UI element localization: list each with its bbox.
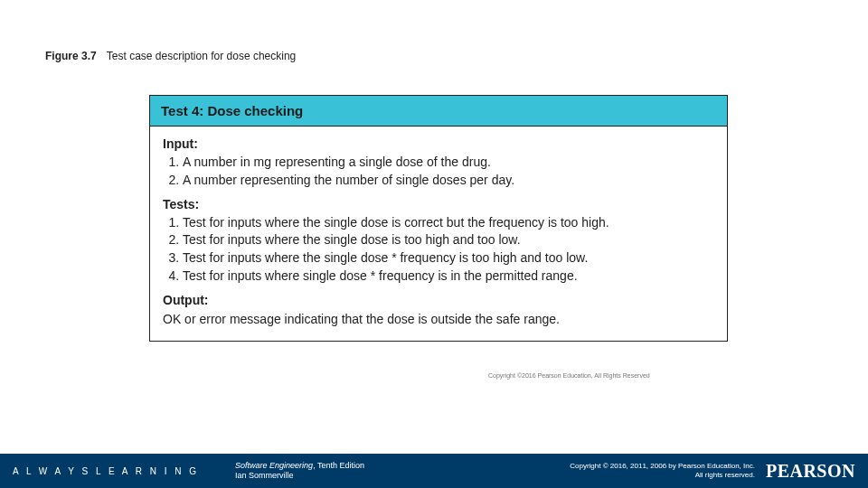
footer-copyright: Copyright © 2016, 2011, 2006 by Pearson …	[570, 462, 755, 479]
output-label: Output:	[163, 292, 714, 309]
list-item: Test for inputs where the single dose is…	[183, 231, 714, 249]
book-author: Ian Sommerville	[235, 471, 364, 481]
list-item: A number representing the number of sing…	[183, 172, 714, 189]
card-header: Test 4: Dose checking	[150, 96, 727, 127]
copyright-line-2: All rights reserved.	[570, 471, 755, 480]
book-title-line: Software Engineering, Tenth Edition	[235, 461, 364, 471]
always-learning-text: A L W A Y S L E A R N I N G	[13, 466, 199, 476]
figure-title: Test case description for dose checking	[107, 50, 296, 62]
footer-bar: A L W A Y S L E A R N I N G Software Eng…	[0, 454, 868, 488]
tests-list: Test for inputs where the single dose is…	[183, 214, 714, 286]
copyright-line-1: Copyright © 2016, 2011, 2006 by Pearson …	[570, 462, 755, 471]
book-info: Software Engineering, Tenth Edition Ian …	[235, 461, 364, 481]
figure-copyright: Copyright ©2016 Pearson Education, All R…	[488, 372, 650, 379]
pearson-logo: PEARSON	[766, 461, 855, 482]
footer-right: Copyright © 2016, 2011, 2006 by Pearson …	[570, 461, 855, 482]
tests-label: Tests:	[163, 196, 714, 213]
book-edition: , Tenth Edition	[313, 461, 364, 470]
output-text: OK or error message indicating that the …	[163, 311, 714, 328]
test-case-card: Test 4: Dose checking Input: A number in…	[149, 95, 728, 342]
list-item: Test for inputs where the single dose is…	[183, 214, 714, 231]
list-item: Test for inputs where the single dose * …	[183, 249, 714, 267]
input-label: Input:	[163, 136, 714, 153]
input-list: A number in mg representing a single dos…	[183, 154, 714, 189]
card-body: Input: A number in mg representing a sin…	[150, 127, 727, 341]
figure-number: Figure 3.7	[45, 50, 97, 62]
book-title: Software Engineering	[235, 461, 313, 470]
list-item: Test for inputs where single dose * freq…	[183, 267, 714, 285]
slide: Figure 3.7 Test case description for dos…	[0, 0, 868, 488]
list-item: A number in mg representing a single dos…	[183, 154, 714, 171]
figure-caption: Figure 3.7 Test case description for dos…	[45, 50, 296, 62]
